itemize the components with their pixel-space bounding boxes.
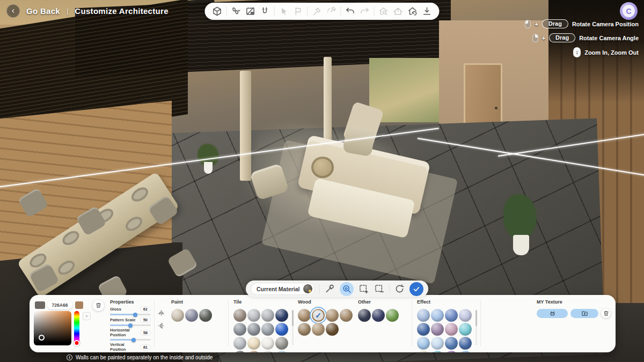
material-swatch[interactable] — [386, 309, 399, 322]
material-swatch[interactable] — [247, 337, 260, 350]
flip-horizontal-icon[interactable] — [157, 309, 165, 317]
material-swatch[interactable] — [459, 337, 472, 350]
material-swatch[interactable] — [445, 351, 458, 352]
slider-thumb[interactable] — [131, 338, 136, 342]
flag-icon[interactable] — [293, 6, 304, 17]
material-swatch[interactable] — [298, 309, 311, 322]
hammer-swing-icon[interactable] — [326, 6, 337, 17]
material-swatch[interactable] — [459, 309, 472, 322]
material-swatch[interactable] — [233, 323, 246, 336]
material-preview-sphere — [303, 284, 312, 293]
picker-brush-icon[interactable] — [324, 283, 335, 294]
hue-selector[interactable] — [74, 340, 80, 346]
redo-icon[interactable] — [360, 6, 370, 17]
material-swatch[interactable] — [431, 323, 444, 336]
select-add-icon[interactable] — [358, 283, 369, 294]
material-swatch[interactable] — [247, 323, 260, 336]
download-icon[interactable] — [422, 6, 433, 17]
house-sync-icon[interactable] — [407, 6, 418, 17]
add-color-button[interactable]: + — [83, 312, 91, 320]
material-swatch[interactable] — [431, 351, 444, 352]
material-swatch[interactable] — [261, 351, 274, 352]
material-swatch[interactable] — [275, 323, 288, 336]
magnet-icon[interactable] — [260, 6, 270, 17]
material-swatch[interactable] — [275, 309, 288, 322]
delete-color-button[interactable] — [93, 300, 104, 311]
current-material-dropdown[interactable]: Current Material — [251, 283, 315, 295]
home-3d-icon[interactable] — [212, 6, 223, 17]
primary-color-swatch[interactable] — [35, 301, 45, 309]
go-back-label[interactable]: Go Back — [26, 6, 60, 16]
material-swatch[interactable] — [417, 309, 430, 322]
material-swatch[interactable] — [247, 351, 260, 352]
reset-icon[interactable] — [394, 283, 405, 294]
material-swatch[interactable] — [233, 351, 246, 352]
material-swatch[interactable] — [247, 309, 260, 322]
slider-thumb[interactable] — [128, 323, 133, 328]
material-panel: + Properties Gloss62Pattern Scale50Horiz… — [30, 295, 616, 352]
material-swatch[interactable] — [340, 309, 353, 322]
scene-armchair — [342, 125, 376, 157]
gradient-selector[interactable] — [39, 335, 45, 341]
material-swatch[interactable] — [445, 323, 458, 336]
undo-icon[interactable] — [345, 6, 356, 17]
magnify-area-icon[interactable] — [340, 282, 354, 296]
material-swatch[interactable] — [326, 309, 339, 322]
current-material-label: Current Material — [257, 286, 300, 292]
material-swatch[interactable] — [233, 309, 246, 322]
material-swatch[interactable] — [233, 337, 246, 350]
secondary-color-swatch[interactable] — [75, 301, 83, 309]
house-search-icon[interactable] — [378, 6, 389, 17]
import-texture-button[interactable] — [570, 309, 598, 318]
material-swatch[interactable] — [445, 337, 458, 350]
material-swatch[interactable] — [459, 323, 472, 336]
slider-thumb[interactable] — [141, 352, 145, 353]
slider-track[interactable] — [110, 324, 151, 326]
cursor-icon[interactable] — [279, 6, 289, 17]
flip-vertical-icon[interactable] — [157, 322, 165, 330]
slider-vertical-position: Vertical Position81 — [110, 342, 151, 352]
select-subtract-icon[interactable] — [374, 283, 385, 294]
material-swatch[interactable] — [431, 309, 444, 322]
color-gradient-picker[interactable] — [34, 311, 71, 345]
confirm-check-icon[interactable] — [409, 282, 423, 296]
roof-frame-icon[interactable] — [393, 6, 404, 17]
ai-texture-button[interactable] — [537, 309, 568, 318]
material-swatch[interactable] — [171, 309, 184, 322]
scene-plant — [503, 194, 537, 239]
material-swatch[interactable] — [459, 351, 472, 352]
hex-color-input[interactable] — [47, 300, 72, 309]
material-swatch[interactable] — [312, 323, 325, 336]
slider-value: 58 — [140, 330, 151, 336]
material-swatch[interactable] — [445, 309, 458, 322]
material-swatch[interactable] — [261, 337, 274, 350]
material-swatch[interactable] — [417, 323, 430, 336]
slider-track[interactable] — [110, 339, 151, 341]
footprints-icon[interactable] — [231, 6, 241, 17]
material-swatch[interactable] — [185, 309, 198, 322]
hue-slider[interactable] — [74, 311, 79, 345]
effect-scrollbar[interactable] — [475, 310, 477, 345]
slider-thumb[interactable] — [133, 313, 137, 317]
hammer-icon[interactable] — [312, 6, 323, 17]
material-swatch[interactable] — [358, 309, 371, 322]
slider-track[interactable] — [110, 314, 151, 315]
material-swatch[interactable] — [275, 337, 288, 350]
material-swatch[interactable] — [275, 351, 288, 352]
material-swatch[interactable] — [261, 323, 274, 336]
material-swatch[interactable] — [261, 309, 274, 322]
material-swatch[interactable] — [326, 323, 339, 336]
tile-scrollbar[interactable] — [292, 310, 294, 345]
material-swatch[interactable] — [372, 309, 385, 322]
material-swatch[interactable] — [417, 337, 430, 350]
material-swatch[interactable] — [199, 309, 212, 322]
material-swatch[interactable] — [431, 337, 444, 350]
back-button[interactable]: ‹ — [6, 4, 20, 18]
material-swatch[interactable] — [298, 323, 311, 336]
texture-swap-icon[interactable] — [245, 6, 256, 17]
material-swatch[interactable]: ✓ — [312, 309, 325, 322]
delete-texture-button[interactable] — [601, 308, 611, 318]
material-swatch[interactable] — [417, 351, 430, 352]
app-logo[interactable]: C — [620, 2, 638, 20]
hint-rotate-angle: + Drag Rotate Camera Angle — [532, 33, 639, 42]
